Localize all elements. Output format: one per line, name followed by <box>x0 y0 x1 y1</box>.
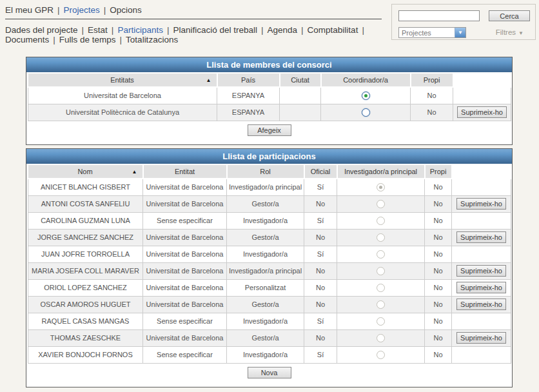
members-col-ciutat[interactable]: Ciutat <box>280 74 321 87</box>
participations-col-oficial[interactable]: Oficial <box>304 165 337 179</box>
add-participation-button[interactable]: Nova <box>248 367 291 378</box>
participations-col-investigador-principal[interactable]: Investigador/a principal <box>337 165 425 179</box>
name-cell: OSCAR AMOROS HUGUET <box>28 296 143 313</box>
filters-label: Filtres <box>496 28 516 36</box>
tab-agenda[interactable]: Agenda <box>268 25 298 35</box>
name-cell: JORGE SANCHEZ SANCHEZ <box>28 229 143 246</box>
filters-toggle[interactable]: Filtres▼ <box>496 28 524 36</box>
principal-radio <box>377 284 385 292</box>
delete-participation-button[interactable]: Suprimeix-ho <box>456 198 506 210</box>
table-row: Universitat de Barcelona ESPANYA No <box>28 87 511 104</box>
coordinator-radio[interactable] <box>362 108 370 117</box>
principal-radio <box>377 317 385 326</box>
participations-table: Nom▲ Entitat Rol Oficial Investigador/a … <box>28 165 511 364</box>
search-scope-selected-value: Projectes <box>402 29 431 37</box>
role-cell: Gestor/a <box>227 229 304 246</box>
nav-separator: | <box>53 35 55 44</box>
own-cell: No <box>425 212 452 229</box>
table-row: XAVIER BONJOCH FORNOS Sense especificar … <box>28 346 511 363</box>
actions-cell: Suprimeix-ho <box>452 296 511 313</box>
own-cell: No <box>425 279 452 296</box>
delete-participation-button[interactable]: Suprimeix-ho <box>456 282 506 293</box>
nav-item-projectes[interactable]: Projectes <box>64 5 100 15</box>
principal-radio <box>377 267 385 275</box>
delete-participation-button[interactable]: Suprimeix-ho <box>456 299 506 310</box>
top-nav: El meu GPR|Projectes|Opcions <box>5 5 142 15</box>
own-cell: No <box>425 262 452 279</box>
official-cell: Sí <box>304 246 337 262</box>
participations-col-nom[interactable]: Nom▲ <box>28 165 143 179</box>
principal-radio <box>377 217 385 225</box>
city-cell <box>280 87 321 104</box>
role-cell: Investigador/a <box>227 246 304 262</box>
members-col-coordinador[interactable]: Coordinador/a <box>321 74 411 87</box>
entity-cell: Universitat de Barcelona <box>143 246 227 262</box>
entity-cell: Universitat de Barcelona <box>28 87 217 104</box>
official-cell: No <box>304 262 337 279</box>
tab-documents[interactable]: Documents <box>5 35 49 44</box>
tab-planificacio-del-treball[interactable]: Planificació del treball <box>173 25 257 35</box>
role-cell: Investigador/a principal <box>227 262 304 279</box>
own-cell: No <box>425 296 452 313</box>
sort-asc-icon: ▲ <box>132 169 137 175</box>
actions-cell: Suprimeix-ho <box>452 262 511 279</box>
members-col-pais[interactable]: País <box>217 74 280 87</box>
tab-estat[interactable]: Estat <box>88 25 108 35</box>
name-cell: ORIOL LOPEZ SANCHEZ <box>28 279 143 296</box>
search-input[interactable] <box>398 10 480 21</box>
official-cell: No <box>304 279 337 296</box>
official-cell: Sí <box>304 313 337 329</box>
delete-member-button[interactable]: Suprimeix-ho <box>457 106 507 118</box>
table-row: Universitat Politècnica de Catalunya ESP… <box>28 104 511 121</box>
official-cell: No <box>304 329 337 346</box>
principal-radio <box>377 200 385 208</box>
add-member-button[interactable]: Afegeix <box>248 124 291 136</box>
official-cell: No <box>304 296 337 313</box>
coordinator-radio[interactable] <box>362 92 370 100</box>
filters-caret-icon: ▼ <box>518 30 524 36</box>
principal-radio <box>377 300 385 309</box>
members-header-row: Entitats▲ País Ciutat Coordinador/a Prop… <box>28 74 511 87</box>
delete-participation-button[interactable]: Suprimeix-ho <box>456 265 506 277</box>
role-cell: Gestor/a <box>227 296 304 313</box>
delete-participation-button[interactable]: Suprimeix-ho <box>456 332 506 344</box>
participations-col-rol[interactable]: Rol <box>227 165 304 179</box>
actions-cell <box>453 87 511 104</box>
actions-cell <box>452 346 511 363</box>
table-row: JORGE SANCHEZ SANCHEZ Universitat de Bar… <box>28 229 511 246</box>
nav-separator: | <box>104 5 106 15</box>
members-col-propi[interactable]: Propi <box>411 74 453 87</box>
entity-cell: Universitat de Barcelona <box>143 195 227 212</box>
official-cell: Sí <box>304 346 337 363</box>
participations-col-entitat[interactable]: Entitat <box>143 165 227 179</box>
tab-totalitzacions[interactable]: Totalitzacions <box>126 35 178 44</box>
entity-cell: Sense especificar <box>143 212 227 229</box>
delete-participation-button[interactable]: Suprimeix-ho <box>456 231 506 243</box>
role-cell: Personalitzat <box>227 279 304 296</box>
tab-fulls-de-temps[interactable]: Fulls de temps <box>59 35 116 44</box>
search-button[interactable]: Cerca <box>489 10 530 21</box>
name-cell: JUAN JOFRE TORROELLA <box>28 246 143 262</box>
sort-asc-icon: ▲ <box>206 77 211 83</box>
principal-radio <box>377 183 385 191</box>
actions-cell: Suprimeix-ho <box>452 229 511 246</box>
name-cell: THOMAS ZAESCHKE <box>28 329 143 346</box>
entity-cell: Universitat de Barcelona <box>143 179 227 195</box>
members-col-entitats[interactable]: Entitats▲ <box>28 74 217 87</box>
search-scope-select[interactable]: Projectes ▼ <box>398 27 466 38</box>
table-row: RAQUEL CASAS MANGAS Sense especificar In… <box>28 313 511 329</box>
nav-item-el-meu-gpr[interactable]: El meu GPR <box>5 5 54 15</box>
name-cell: ANICET BLANCH GISBERT <box>28 179 143 195</box>
own-cell: No <box>411 87 453 104</box>
tab-participants[interactable]: Participants <box>117 25 163 35</box>
participations-col-propi[interactable]: Propi <box>425 165 452 179</box>
nav-separator: | <box>167 25 170 35</box>
tab-dades-del-projecte[interactable]: Dades del projecte <box>5 25 78 35</box>
country-cell: ESPANYA <box>217 87 280 104</box>
entity-cell: Sense especificar <box>143 346 227 363</box>
nav-item-opcions[interactable]: Opcions <box>110 5 142 15</box>
role-cell: Gestor/a <box>227 329 304 346</box>
members-table: Entitats▲ País Ciutat Coordinador/a Prop… <box>28 74 511 121</box>
tab-comptabilitat[interactable]: Comptabilitat <box>308 25 358 35</box>
principal-radio <box>377 351 385 359</box>
